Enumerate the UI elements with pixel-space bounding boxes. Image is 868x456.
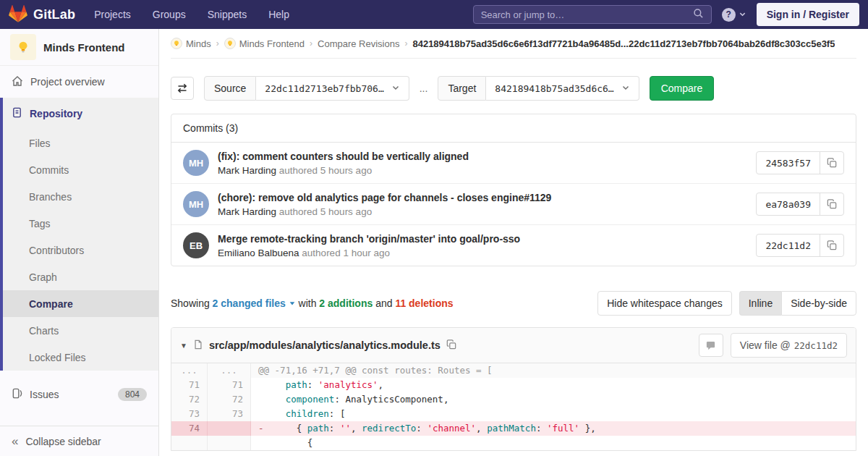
diff-file-path[interactable]: src/app/modules/analytics/analytics.modu… bbox=[209, 339, 441, 351]
diff-code: ......@@ -71,16 +71,7 @@ const routes: R… bbox=[171, 363, 856, 450]
nav-link-projects[interactable]: Projects bbox=[94, 9, 131, 20]
project-context-header[interactable]: Minds Frontend bbox=[0, 29, 158, 66]
code-token: : [ bbox=[329, 408, 346, 419]
hide-whitespace-button[interactable]: Hide whitespace changes bbox=[597, 291, 732, 316]
copy-sha-button[interactable] bbox=[820, 235, 843, 256]
commit-title[interactable]: (chore): remove old analytics page for c… bbox=[218, 192, 551, 203]
commit-author[interactable]: Mark Harding bbox=[218, 206, 276, 217]
nav-link-snippets[interactable]: Snippets bbox=[208, 9, 247, 20]
diff-marker bbox=[258, 394, 264, 405]
diff-file-header: ▼ src/app/modules/analytics/analytics.mo… bbox=[171, 328, 856, 363]
collapse-sidebar-button[interactable]: « Collapse sidebar bbox=[0, 426, 158, 456]
source-revision-dropdown[interactable]: 22dc11d2713eb7fbb706… bbox=[256, 76, 409, 101]
sidebar-item-files[interactable]: Files bbox=[3, 130, 158, 156]
target-revision-dropdown[interactable]: 842189418b75ad35d6c6… bbox=[486, 76, 639, 101]
commit-sha[interactable]: 22dc11d2 bbox=[757, 235, 820, 256]
sidebar-item-charts[interactable]: Charts bbox=[3, 317, 158, 344]
gitlab-logo[interactable]: GitLab bbox=[9, 4, 75, 25]
brand-text: GitLab bbox=[33, 7, 75, 22]
target-label: Target bbox=[438, 76, 486, 101]
commit-row: MH (chore): remove old analytics page fo… bbox=[171, 184, 856, 225]
sidebar-item-repository[interactable]: Repository bbox=[3, 98, 158, 130]
new-line-number[interactable]: 72 bbox=[208, 392, 251, 407]
view-file-button[interactable]: View file @ 22dc11d2 bbox=[731, 333, 847, 358]
top-navbar: GitLab Projects Groups Snippets Help ? S… bbox=[0, 0, 868, 29]
new-line-number[interactable]: ... bbox=[208, 363, 251, 378]
commit-when: authored 5 hours ago bbox=[279, 165, 372, 176]
commits-panel: Commits (3) MH (fix): comment counters s… bbox=[171, 114, 856, 266]
issues-count-badge: 804 bbox=[118, 388, 147, 401]
code-token: path bbox=[307, 423, 329, 434]
breadcrumb-minds-frontend[interactable]: Minds Frontend bbox=[224, 38, 305, 49]
sidebar-item-graph[interactable]: Graph bbox=[3, 263, 158, 290]
copy-sha-button[interactable] bbox=[820, 193, 843, 215]
old-line-number[interactable]: 71 bbox=[171, 378, 208, 392]
nav-link-groups[interactable]: Groups bbox=[153, 9, 186, 20]
side-by-side-view-button[interactable]: Side-by-side bbox=[781, 291, 856, 316]
new-line-number[interactable] bbox=[208, 421, 251, 436]
commit-sha[interactable]: ea78a039 bbox=[757, 193, 820, 215]
sidebar-item-compare[interactable]: Compare bbox=[3, 290, 158, 317]
sidebar-item-issues[interactable]: Issues 804 bbox=[0, 381, 158, 408]
chevron-down-icon bbox=[621, 83, 630, 94]
breadcrumb-minds[interactable]: Minds bbox=[171, 38, 211, 49]
new-line-number[interactable]: 73 bbox=[208, 407, 251, 421]
commit-sha[interactable]: 24583f57 bbox=[757, 152, 820, 174]
breadcrumb-compare-revisions[interactable]: Compare Revisions bbox=[318, 38, 399, 49]
search-input[interactable] bbox=[481, 9, 693, 20]
commit-author[interactable]: Mark Harding bbox=[218, 165, 276, 176]
line-content: component: AnalyticsComponent, bbox=[251, 392, 856, 407]
view-file-sha: 22dc11d2 bbox=[794, 340, 838, 351]
code-token: , bbox=[378, 379, 384, 390]
sidebar-item-commits[interactable]: Commits bbox=[3, 156, 158, 183]
code-token: : bbox=[416, 423, 427, 434]
commit-title[interactable]: (fix): comment counters should be vertic… bbox=[218, 151, 469, 162]
nav-link-help[interactable]: Help bbox=[268, 9, 289, 20]
old-line-number[interactable]: 72 bbox=[171, 392, 208, 407]
toggle-comments-button[interactable] bbox=[699, 334, 723, 357]
project-avatar bbox=[10, 34, 36, 60]
new-line-number[interactable]: 71 bbox=[208, 378, 251, 392]
avatar[interactable]: MH bbox=[183, 150, 209, 176]
help-icon: ? bbox=[722, 8, 736, 22]
old-line-number[interactable]: ... bbox=[171, 363, 208, 378]
old-line-number[interactable]: 73 bbox=[171, 407, 208, 421]
sidebar-item-project-overview[interactable]: Project overview bbox=[0, 66, 158, 98]
avatar[interactable]: EB bbox=[183, 232, 209, 258]
commit-title[interactable]: Merge remote-tracking branch 'origin/mas… bbox=[218, 233, 520, 245]
line-content: - { path: '', redirectTo: 'channel', pat… bbox=[251, 421, 856, 436]
commit-author[interactable]: Emiliano Balbuena bbox=[218, 248, 299, 258]
diff-summary-row: Showing 2 changed files with 2 additions… bbox=[171, 291, 856, 316]
diff-line: 7171 path: 'analytics', bbox=[171, 378, 856, 392]
old-line-number[interactable]: 74 bbox=[171, 421, 208, 436]
sidebar-item-locked-files[interactable]: Locked Files bbox=[3, 344, 158, 371]
sidebar-item-tags[interactable]: Tags bbox=[3, 210, 158, 237]
code-token: component bbox=[286, 394, 335, 405]
source-label: Source bbox=[204, 76, 256, 101]
old-line-number[interactable] bbox=[171, 436, 208, 450]
code-token: 'analytics' bbox=[318, 379, 378, 390]
swap-revisions-button[interactable] bbox=[171, 77, 194, 100]
sidebar-item-label: Repository bbox=[30, 108, 82, 119]
sign-in-button[interactable]: Sign in / Register bbox=[757, 3, 859, 26]
copy-sha-button[interactable] bbox=[820, 152, 843, 174]
project-title: Minds Frontend bbox=[43, 41, 125, 54]
chevron-down-icon bbox=[739, 9, 746, 20]
line-content: children: [ bbox=[251, 407, 856, 421]
sidebar-item-branches[interactable]: Branches bbox=[3, 183, 158, 210]
sidebar-item-contributors[interactable]: Contributors bbox=[3, 237, 158, 263]
changed-files-dropdown[interactable]: 2 changed files bbox=[213, 297, 296, 309]
collapse-diff-caret-icon[interactable]: ▼ bbox=[180, 342, 187, 350]
new-line-number[interactable] bbox=[208, 436, 251, 450]
line-content: { bbox=[251, 436, 856, 450]
avatar[interactable]: MH bbox=[183, 191, 209, 217]
sidebar-item-label: Issues bbox=[30, 389, 59, 400]
nav-right: ? Sign in / Register bbox=[473, 3, 859, 26]
search-icon[interactable] bbox=[693, 8, 704, 21]
inline-view-button[interactable]: Inline bbox=[739, 291, 781, 316]
copy-path-button[interactable] bbox=[446, 339, 456, 352]
line-content: @@ -71,16 +71,7 @@ const routes: Routes … bbox=[251, 363, 856, 378]
code-token: : bbox=[329, 423, 340, 434]
help-menu[interactable]: ? bbox=[722, 8, 746, 22]
compare-button[interactable]: Compare bbox=[650, 76, 715, 101]
